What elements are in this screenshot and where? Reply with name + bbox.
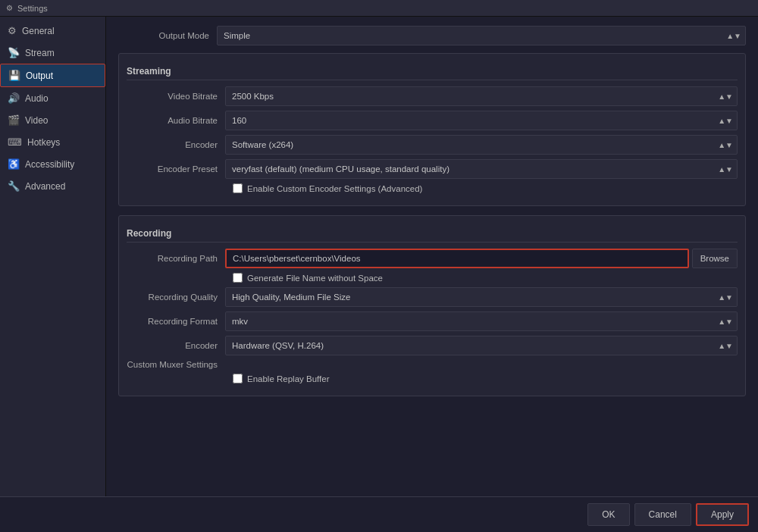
sidebar-label-accessibility: Accessibility (25, 159, 74, 170)
recording-quality-label: Recording Quality (127, 293, 225, 302)
recording-format-select[interactable]: mkv (225, 311, 738, 331)
encoder2-select[interactable]: Hardware (QSV, H.264) (225, 336, 738, 355)
recording-path-wrapper: Browse (225, 249, 738, 268)
sidebar-item-advanced[interactable]: 🔧 Advanced (0, 175, 105, 197)
sidebar-label-general: General (22, 26, 55, 36)
video-bitrate-select[interactable]: 2500 Kbps (225, 86, 738, 106)
sidebar-item-audio[interactable]: 🔊 Audio (0, 87, 105, 109)
recording-format-wrapper: mkv ▲▼ (225, 311, 738, 331)
content-area: Output Mode Simple Advanced ▲▼ Streaming… (106, 17, 758, 532)
general-icon: ⚙ (8, 25, 17, 36)
recording-quality-row: Recording Quality High Quality, Medium F… (127, 287, 738, 307)
sidebar-label-stream: Stream (25, 48, 55, 58)
custom-encoder-label[interactable]: Enable Custom Encoder Settings (Advanced… (247, 184, 422, 193)
replay-buffer-row: Enable Replay Buffer (233, 374, 738, 383)
generate-filename-checkbox[interactable] (233, 273, 243, 283)
recording-header: Recording (127, 222, 738, 243)
replay-buffer-label[interactable]: Enable Replay Buffer (247, 374, 329, 383)
custom-muxer-label: Custom Muxer Settings (127, 360, 225, 369)
encoder-preset-label: Encoder Preset (127, 164, 225, 174)
generate-filename-row: Generate File Name without Space (233, 273, 738, 283)
encoder-preset-select[interactable]: veryfast (default) (medium CPU usage, st… (225, 159, 738, 179)
recording-format-row: Recording Format mkv ▲▼ (127, 311, 738, 331)
hotkeys-icon: ⌨ (8, 136, 22, 148)
encoder2-label: Encoder (127, 341, 225, 350)
browse-button[interactable]: Browse (692, 249, 738, 268)
audio-bitrate-label: Audio Bitrate (127, 116, 225, 125)
output-icon: 💾 (8, 70, 20, 81)
audio-bitrate-select[interactable]: 160 (225, 111, 738, 130)
titlebar: ⚙ Settings (0, 0, 758, 17)
recording-path-row: Recording Path Browse (127, 249, 738, 268)
sidebar-label-audio: Audio (25, 93, 49, 104)
custom-encoder-checkbox-row: Enable Custom Encoder Settings (Advanced… (233, 183, 738, 193)
streaming-header: Streaming (127, 60, 738, 80)
encoder-label: Encoder (127, 140, 225, 149)
sidebar-label-hotkeys: Hotkeys (27, 137, 60, 148)
sidebar: ⚙ General 📡 Stream 💾 Output 🔊 Audio 🎬 Vi… (0, 17, 106, 532)
sidebar-item-accessibility[interactable]: ♿ Accessibility (0, 153, 105, 175)
recording-format-label: Recording Format (127, 317, 225, 326)
main-container: ⚙ General 📡 Stream 💾 Output 🔊 Audio 🎬 Vi… (0, 17, 758, 532)
encoder-select[interactable]: Software (x264) (225, 135, 738, 155)
streaming-section: Streaming Video Bitrate 2500 Kbps ▲▼ Aud… (118, 53, 746, 206)
video-bitrate-row: Video Bitrate 2500 Kbps ▲▼ (127, 86, 738, 106)
video-bitrate-label: Video Bitrate (127, 92, 225, 101)
recording-section: Recording Recording Path Browse Generate… (118, 215, 746, 396)
recording-quality-select[interactable]: High Quality, Medium File Size (225, 287, 738, 307)
sidebar-item-stream[interactable]: 📡 Stream (0, 42, 105, 64)
recording-quality-wrapper: High Quality, Medium File Size ▲▼ (225, 287, 738, 307)
replay-buffer-checkbox[interactable] (233, 374, 243, 383)
encoder-preset-wrapper: veryfast (default) (medium CPU usage, st… (225, 159, 738, 179)
encoder-preset-row: Encoder Preset veryfast (default) (mediu… (127, 159, 738, 179)
accessibility-icon: ♿ (8, 158, 20, 170)
custom-muxer-row: Custom Muxer Settings (127, 360, 738, 369)
recording-path-input[interactable] (225, 249, 689, 268)
video-bitrate-wrapper: 2500 Kbps ▲▼ (225, 86, 738, 106)
settings-icon: ⚙ (6, 4, 13, 12)
encoder2-row: Encoder Hardware (QSV, H.264) ▲▼ (127, 336, 738, 355)
output-mode-label: Output Mode (118, 31, 217, 40)
output-mode-row: Output Mode Simple Advanced ▲▼ (118, 26, 746, 45)
encoder2-wrapper: Hardware (QSV, H.264) ▲▼ (225, 336, 738, 355)
stream-icon: 📡 (8, 47, 20, 58)
content-inner: Output Mode Simple Advanced ▲▼ Streaming… (118, 26, 746, 451)
encoder-wrapper: Software (x264) ▲▼ (225, 135, 738, 155)
audio-bitrate-wrapper: 160 ▲▼ (225, 111, 738, 130)
sidebar-label-advanced: Advanced (25, 181, 65, 192)
output-mode-select[interactable]: Simple Advanced (217, 26, 746, 45)
output-mode-wrapper: Simple Advanced ▲▼ (217, 26, 746, 45)
encoder-row: Encoder Software (x264) ▲▼ (127, 135, 738, 155)
sidebar-item-video[interactable]: 🎬 Video (0, 109, 105, 131)
sidebar-label-video: Video (25, 115, 48, 126)
audio-bitrate-row: Audio Bitrate 160 ▲▼ (127, 111, 738, 130)
sidebar-item-general[interactable]: ⚙ General (0, 20, 105, 42)
bottom-bar: OK Cancel Apply (0, 496, 758, 532)
custom-encoder-checkbox[interactable] (233, 183, 243, 193)
apply-button[interactable]: Apply (696, 503, 749, 526)
generate-filename-label[interactable]: Generate File Name without Space (247, 274, 383, 283)
recording-path-label: Recording Path (127, 254, 225, 263)
ok-button[interactable]: OK (587, 503, 629, 526)
titlebar-title: Settings (17, 4, 48, 13)
cancel-button[interactable]: Cancel (634, 503, 691, 526)
sidebar-label-output: Output (26, 70, 53, 81)
sidebar-item-output[interactable]: 💾 Output (0, 64, 105, 87)
sidebar-item-hotkeys[interactable]: ⌨ Hotkeys (0, 131, 105, 153)
advanced-icon: 🔧 (8, 180, 20, 192)
video-icon: 🎬 (8, 114, 20, 126)
audio-icon: 🔊 (8, 92, 20, 104)
